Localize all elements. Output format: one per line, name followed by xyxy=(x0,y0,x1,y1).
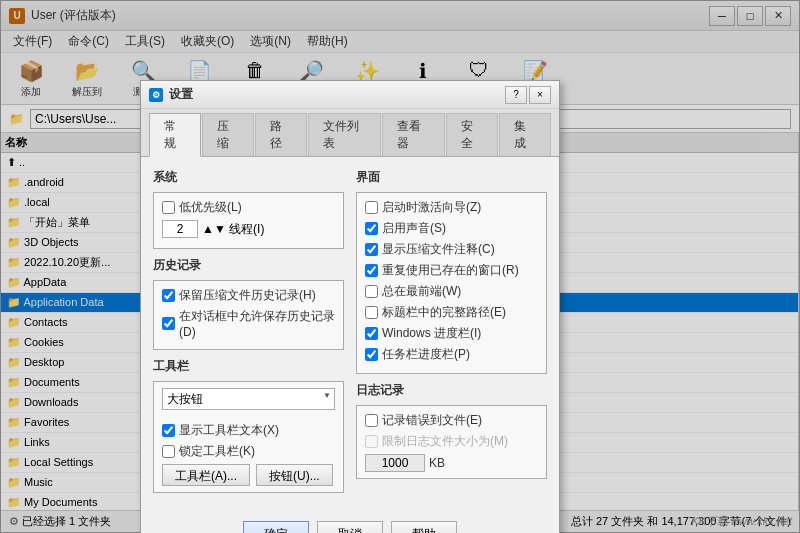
dialog-title-text: ⚙ 设置 xyxy=(149,86,193,103)
always-front-checkbox[interactable] xyxy=(365,285,378,298)
limit-size-row: 限制日志文件大小为(M) xyxy=(365,433,538,450)
dialog-title-label: 设置 xyxy=(169,86,193,103)
allow-history-row: 在对话框中允许保存历史记录(D) xyxy=(162,308,335,339)
limit-size-label: 限制日志文件大小为(M) xyxy=(382,433,508,450)
log-size-input-row: KB xyxy=(365,454,538,472)
log-errors-label: 记录错误到文件(E) xyxy=(382,412,482,429)
full-path-checkbox[interactable] xyxy=(365,306,378,319)
activation-wizard-label: 启动时激活向导(Z) xyxy=(382,199,481,216)
threads-label: ▲▼ 线程(I) xyxy=(202,221,264,238)
enable-sound-label: 启用声音(S) xyxy=(382,220,446,237)
keep-history-label: 保留压缩文件历史记录(H) xyxy=(179,287,316,304)
full-path-row: 标题栏中的完整路径(E) xyxy=(365,304,538,321)
show-comment-row: 显示压缩文件注释(C) xyxy=(365,241,538,258)
toolbar-section: 大按钮 小按钮 文本 显示工具栏文本(X) 锁定工具栏(K) xyxy=(153,381,344,493)
windows-progress-checkbox[interactable] xyxy=(365,327,378,340)
system-section: 低优先级(L) ▲▼ 线程(I) xyxy=(153,192,344,249)
lock-toolbar-checkbox[interactable] xyxy=(162,445,175,458)
enable-sound-row: 启用声音(S) xyxy=(365,220,538,237)
threads-input[interactable] xyxy=(162,220,198,238)
cancel-button[interactable]: 取消 xyxy=(317,521,383,533)
dialog-close-button[interactable]: × xyxy=(529,86,551,104)
log-section-title: 日志记录 xyxy=(356,382,547,399)
always-front-label: 总在最前端(W) xyxy=(382,283,461,300)
dialog-footer: 确定 取消 帮助 xyxy=(141,513,559,533)
left-column: 系统 低优先级(L) ▲▼ 线程(I) 历史记录 xyxy=(153,169,344,501)
right-column: 界面 启动时激活向导(Z) 启用声音(S) 显示压缩文件注释(C) xyxy=(356,169,547,501)
tab-viewer[interactable]: 查看器 xyxy=(382,113,445,156)
windows-progress-row: Windows 进度栏(I) xyxy=(365,325,538,342)
low-priority-label: 低优先级(L) xyxy=(179,199,242,216)
ok-button[interactable]: 确定 xyxy=(243,521,309,533)
interface-section: 启动时激活向导(Z) 启用声音(S) 显示压缩文件注释(C) 重复使用 xyxy=(356,192,547,374)
dialog-title-bar: ⚙ 设置 ? × xyxy=(141,81,559,109)
low-priority-row: 低优先级(L) xyxy=(162,199,335,216)
activation-wizard-checkbox[interactable] xyxy=(365,201,378,214)
allow-history-label: 在对话框中允许保存历史记录(D) xyxy=(179,308,335,339)
tab-filelist[interactable]: 文件列表 xyxy=(308,113,382,156)
history-section-title: 历史记录 xyxy=(153,257,344,274)
buttons-button[interactable]: 按钮(U)... xyxy=(256,464,333,486)
show-comment-checkbox[interactable] xyxy=(365,243,378,256)
enable-sound-checkbox[interactable] xyxy=(365,222,378,235)
taskbar-progress-row: 任务栏进度栏(P) xyxy=(365,346,538,363)
activation-wizard-row: 启动时激活向导(Z) xyxy=(365,199,538,216)
system-section-title: 系统 xyxy=(153,169,344,186)
low-priority-checkbox[interactable] xyxy=(162,201,175,214)
taskbar-progress-label: 任务栏进度栏(P) xyxy=(382,346,470,363)
tab-general[interactable]: 常规 xyxy=(149,113,201,157)
toolbar-action-buttons: 工具栏(A)... 按钮(U)... xyxy=(162,464,335,486)
allow-history-checkbox[interactable] xyxy=(162,317,175,330)
tab-compress[interactable]: 压缩 xyxy=(202,113,254,156)
toolbar-style-select[interactable]: 大按钮 小按钮 文本 xyxy=(162,388,335,410)
settings-dialog: ⚙ 设置 ? × 常规 压缩 路径 文件列表 查看器 安全 集成 xyxy=(140,80,560,533)
help-footer-button[interactable]: 帮助 xyxy=(391,521,457,533)
log-size-unit: KB xyxy=(429,456,445,470)
keep-history-checkbox[interactable] xyxy=(162,289,175,302)
reuse-window-checkbox[interactable] xyxy=(365,264,378,277)
show-toolbar-text-checkbox[interactable] xyxy=(162,424,175,437)
windows-progress-label: Windows 进度栏(I) xyxy=(382,325,481,342)
reuse-window-row: 重复使用已存在的窗口(R) xyxy=(365,262,538,279)
dialog-body: 系统 低优先级(L) ▲▼ 线程(I) 历史记录 xyxy=(141,157,559,513)
threads-row: ▲▼ 线程(I) xyxy=(162,220,335,238)
interface-section-title: 界面 xyxy=(356,169,547,186)
history-section: 保留压缩文件历史记录(H) 在对话框中允许保存历史记录(D) xyxy=(153,280,344,350)
tab-integration[interactable]: 集成 xyxy=(499,113,551,156)
limit-size-checkbox[interactable] xyxy=(365,435,378,448)
main-window: U User (评估版本) ─ □ ✕ 文件(F) 命令(C) 工具(S) 收藏… xyxy=(0,0,800,533)
settings-icon: ⚙ xyxy=(149,88,163,102)
log-errors-checkbox[interactable] xyxy=(365,414,378,427)
toolbar-select-wrapper: 大按钮 小按钮 文本 xyxy=(162,388,335,416)
log-size-input[interactable] xyxy=(365,454,425,472)
dialog-tab-bar: 常规 压缩 路径 文件列表 查看器 安全 集成 xyxy=(141,109,559,157)
full-path-label: 标题栏中的完整路径(E) xyxy=(382,304,506,321)
log-errors-row: 记录错误到文件(E) xyxy=(365,412,538,429)
tab-security[interactable]: 安全 xyxy=(446,113,498,156)
lock-toolbar-row: 锁定工具栏(K) xyxy=(162,443,335,460)
keep-history-row: 保留压缩文件历史记录(H) xyxy=(162,287,335,304)
taskbar-progress-checkbox[interactable] xyxy=(365,348,378,361)
dialog-overlay: ⚙ 设置 ? × 常规 压缩 路径 文件列表 查看器 安全 集成 xyxy=(0,0,800,533)
reuse-window-label: 重复使用已存在的窗口(R) xyxy=(382,262,519,279)
dialog-help-button[interactable]: ? xyxy=(505,86,527,104)
show-comment-label: 显示压缩文件注释(C) xyxy=(382,241,495,258)
lock-toolbar-label: 锁定工具栏(K) xyxy=(179,443,255,460)
toolbar-section-title: 工具栏 xyxy=(153,358,344,375)
toolbar-settings-button[interactable]: 工具栏(A)... xyxy=(162,464,250,486)
show-toolbar-text-label: 显示工具栏文本(X) xyxy=(179,422,279,439)
log-section: 记录错误到文件(E) 限制日志文件大小为(M) KB xyxy=(356,405,547,479)
dialog-controls: ? × xyxy=(505,86,551,104)
tab-path[interactable]: 路径 xyxy=(255,113,307,156)
always-front-row: 总在最前端(W) xyxy=(365,283,538,300)
show-toolbar-text-row: 显示工具栏文本(X) xyxy=(162,422,335,439)
